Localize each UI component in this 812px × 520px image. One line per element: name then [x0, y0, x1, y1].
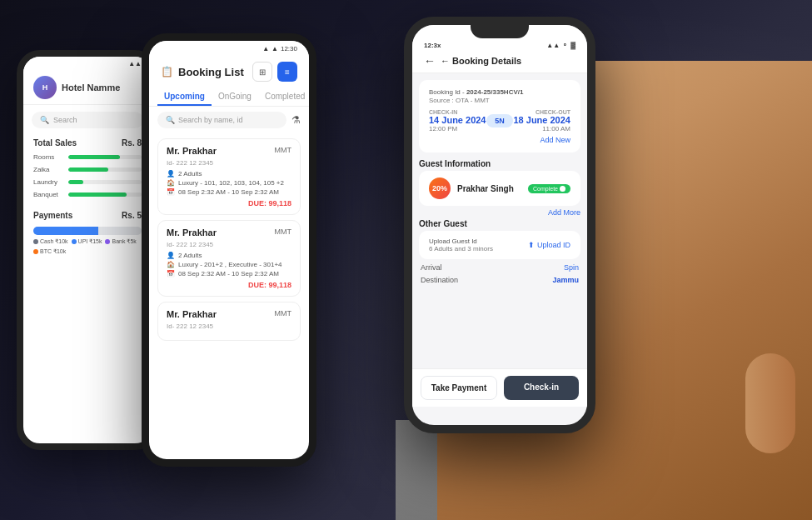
- search-label: Search: [53, 116, 77, 124]
- tab-upcoming[interactable]: Upcoming: [157, 87, 212, 106]
- right-status-icons: ▲▲ ⚬ ▓: [546, 42, 575, 49]
- laundry-bar-bg: [68, 180, 142, 184]
- zalka-bar-bg: [68, 168, 142, 172]
- cash-dot: [33, 239, 38, 244]
- right-time: 12:3x: [424, 42, 441, 49]
- primary-guest-avatar: 20%: [429, 178, 451, 199]
- tab-ongoing[interactable]: OnGoing: [212, 87, 258, 106]
- filter-icon[interactable]: ⚗: [291, 114, 301, 126]
- legend-upi: UPI ₹15k: [72, 238, 102, 245]
- hotel-avatar: H: [33, 76, 57, 99]
- right-scene: 12:3x ▲▲ ⚬ ▓ ← ← Booking Details Booking…: [379, 0, 812, 520]
- banquet-bar-fill: [68, 192, 127, 197]
- booking-card-3[interactable]: Mr. Prakhar MMT Id- 222 12 2345: [157, 302, 301, 341]
- sales-banquet: Banquet: [23, 188, 152, 201]
- mid-app-header: 📋 Booking List ⊞ ≡: [149, 57, 309, 87]
- header-icons: ⊞ ≡: [252, 62, 297, 82]
- primary-guest-row: 20% Prakhar Singh Complete: [429, 178, 570, 199]
- source-tag-1: MMT: [275, 146, 292, 156]
- arrival-row: Arrival Spin: [421, 263, 579, 272]
- mid-title-row: 📋 Booking List: [161, 66, 244, 78]
- booking-id-3: Id- 222 12 2345: [167, 322, 291, 330]
- zalka-label: Zalka: [33, 166, 63, 173]
- checkout-label: CHECK-OUT: [513, 109, 570, 115]
- jammu-value: Jammu: [552, 276, 579, 284]
- dates-2: 08 Sep 2:32 AM - 10 Sep 2:32 AM: [178, 270, 279, 278]
- laundry-bar-fill: [68, 180, 83, 184]
- booking-id-value: 2024-25/335HCV/1: [466, 88, 524, 96]
- upload-id-label: Upload ID: [537, 241, 570, 249]
- mid-time: 12:30: [281, 45, 297, 52]
- banquet-bar-bg: [68, 192, 142, 197]
- checkin-label: CHECK-IN: [429, 109, 486, 115]
- tab-completed[interactable]: Completed: [258, 87, 311, 106]
- list-view-button[interactable]: ≡: [277, 62, 297, 82]
- take-payment-button[interactable]: Take Payment: [421, 376, 497, 400]
- due-amount-2: DUE: 99,118: [167, 281, 291, 289]
- banquet-label: Banquet: [33, 191, 63, 198]
- booking-list-title: Booking List: [178, 66, 244, 78]
- complete-badge: Complete: [528, 184, 570, 193]
- phone-mid: ▲ ▲ 12:30 📋 Booking List ⊞ ≡ Upcoming On…: [142, 33, 316, 467]
- booking-rooms-2: 🏠 Luxury - 201+2 , Executive - 301+4: [167, 261, 291, 268]
- arrival-value: Spin: [564, 263, 579, 272]
- wifi-mid-icon: ▲: [271, 45, 278, 52]
- payments-bar: [33, 227, 142, 235]
- adults-1: 2 Adults: [178, 170, 202, 178]
- dates-1: 08 Sep 2:32 AM - 10 Sep 2:32 AM: [178, 188, 279, 196]
- action-bar: Take Payment Check-in: [412, 368, 587, 407]
- left-search-bar[interactable]: 🔍 Search: [32, 112, 143, 128]
- primary-guest-name: Prakhar Singh: [457, 184, 521, 193]
- checkout-block: CHECK-OUT 18 June 2024 11:00 AM: [513, 109, 570, 132]
- rooms-bar-fill: [68, 155, 120, 159]
- detail-page-title: ← Booking Details: [441, 56, 521, 66]
- total-sales-section: Total Sales Rs. 8: [23, 135, 152, 151]
- signal-right-icon: ▲▲: [546, 42, 560, 49]
- cash-label: Cash ₹10k: [40, 238, 68, 245]
- primary-guest-name-block: Prakhar Singh: [457, 184, 521, 193]
- checkin-button[interactable]: Check-in: [504, 376, 579, 400]
- booking-info-card: Booking Id - 2024-25/335HCV/1 Source : O…: [419, 80, 580, 152]
- upload-guest-label: Upload Guest Id: [429, 238, 493, 245]
- booking-3-header: Mr. Prakhar MMT: [167, 309, 291, 319]
- upi-dot: [72, 239, 77, 244]
- thumb-shape: [745, 353, 795, 453]
- upload-id-btn[interactable]: ⬆ Upload ID: [528, 241, 570, 249]
- payments-title-row: Payments Rs. 5: [33, 208, 142, 223]
- calendar-icon-2: 📅: [167, 270, 175, 278]
- other-guest-heading: Other Guest: [419, 219, 580, 228]
- complete-dot: [560, 186, 565, 192]
- booking-search-input[interactable]: 🔍 Search by name, id: [157, 112, 286, 128]
- legend-btc: BTC ₹10k: [33, 248, 66, 255]
- add-new-link[interactable]: Add New: [429, 136, 570, 144]
- grid-view-button[interactable]: ⊞: [252, 62, 272, 82]
- due-amount-1: DUE: 99,118: [167, 199, 291, 208]
- rooms-bar-bg: [68, 155, 142, 159]
- booking-card-2[interactable]: Mr. Prakhar MMT Id- 222 12 2345 👤 2 Adul…: [157, 220, 301, 297]
- hotel-name: Hotel Namme: [62, 82, 120, 92]
- booking-adults-2: 👤 2 Adults: [167, 252, 291, 259]
- adults-2: 2 Adults: [178, 252, 202, 259]
- wifi-right-icon: ⚬: [562, 42, 568, 49]
- total-sales-label: Total Sales: [33, 138, 77, 148]
- tab-more[interactable]: Em...: [311, 87, 316, 106]
- laundry-label: Laundry: [33, 178, 63, 186]
- tab-bar: Upcoming OnGoing Completed Em...: [149, 87, 309, 107]
- booking-adults-1: 👤 2 Adults: [167, 170, 291, 178]
- booking-dates-1: 📅 08 Sep 2:32 AM - 10 Sep 2:32 AM: [167, 188, 291, 196]
- calendar-icon: 📋: [161, 66, 173, 78]
- booking-card-1[interactable]: Mr. Prakhar MMT Id- 222 12 2345 👤 2 Adul…: [157, 138, 301, 215]
- rooms-2: Luxury - 201+2 , Executive - 301+4: [178, 261, 282, 268]
- checkout-date: 18 June 2024: [513, 115, 570, 125]
- btc-dot: [33, 249, 38, 254]
- other-guest-row: Upload Guest Id 6 Adults and 3 minors ⬆ …: [429, 238, 570, 252]
- phone-right: 12:3x ▲▲ ⚬ ▓ ← ← Booking Details Booking…: [404, 17, 595, 433]
- booking-2-header: Mr. Prakhar MMT: [167, 228, 291, 238]
- rooms-1: Luxury - 101, 102, 103, 104, 105 +2: [178, 179, 284, 187]
- back-arrow-icon[interactable]: ←: [424, 54, 436, 68]
- rooms-label: Rooms: [33, 153, 63, 161]
- upload-guest-block: Upload Guest Id 6 Adults and 3 minors: [429, 238, 493, 252]
- add-more-link[interactable]: Add More: [419, 208, 580, 217]
- booking-dates-2: 📅 08 Sep 2:32 AM - 10 Sep 2:32 AM: [167, 270, 291, 278]
- checkin-checkout-row: CHECK-IN 14 June 2024 12:00 PM 5N CHECK-…: [429, 109, 570, 132]
